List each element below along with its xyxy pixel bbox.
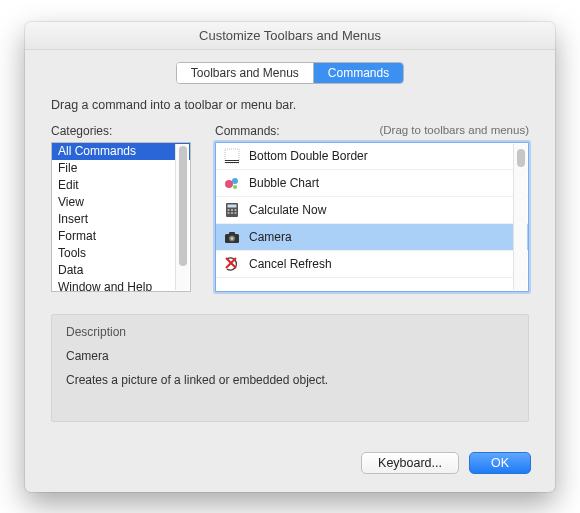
scrollbar-thumb[interactable] [179, 146, 187, 266]
svg-rect-15 [229, 232, 235, 235]
dialog-footer: Keyboard... OK [25, 438, 555, 492]
svg-point-5 [233, 185, 237, 189]
svg-rect-13 [235, 212, 237, 214]
tab-bar: Toolbars and Menus Commands [25, 50, 555, 94]
commands-label: Commands: [215, 124, 280, 138]
description-panel: Description Camera Creates a picture of … [51, 314, 529, 422]
category-item[interactable]: All Commands [52, 143, 190, 160]
instruction-text: Drag a command into a toolbar or menu ba… [25, 94, 555, 124]
svg-point-4 [232, 178, 238, 184]
category-item[interactable]: View [52, 194, 190, 211]
customize-dialog: Customize Toolbars and Menus Toolbars an… [25, 22, 555, 492]
category-item[interactable]: Insert [52, 211, 190, 228]
description-name: Camera [66, 349, 514, 363]
command-label: Calculate Now [249, 203, 326, 217]
svg-rect-8 [228, 209, 230, 211]
categories-scrollbar[interactable] [175, 144, 189, 290]
commands-scrollbar[interactable] [513, 144, 527, 290]
cancel-refresh-icon [224, 256, 240, 272]
categories-listbox[interactable]: All Commands File Edit View Insert Forma… [51, 142, 191, 292]
drag-hint: (Drag to toolbars and menus) [379, 124, 529, 138]
category-item[interactable]: Edit [52, 177, 190, 194]
command-label: Camera [249, 230, 292, 244]
command-item[interactable]: Cancel Refresh [216, 251, 528, 278]
calculate-now-icon [224, 202, 240, 218]
category-item[interactable]: Window and Help [52, 279, 190, 292]
category-item[interactable]: Format [52, 228, 190, 245]
categories-label: Categories: [51, 124, 112, 138]
category-item[interactable]: Tools [52, 245, 190, 262]
svg-rect-12 [231, 212, 233, 214]
svg-point-3 [225, 180, 233, 188]
scrollbar-thumb[interactable] [517, 149, 525, 167]
category-item[interactable]: File [52, 160, 190, 177]
description-heading: Description [66, 325, 514, 339]
command-label: Bubble Chart [249, 176, 319, 190]
command-label: Bottom Double Border [249, 149, 368, 163]
ok-button[interactable]: OK [469, 452, 531, 474]
svg-point-17 [231, 237, 234, 240]
svg-rect-11 [228, 212, 230, 214]
command-item-camera[interactable]: Camera [216, 224, 528, 251]
svg-rect-10 [235, 209, 237, 211]
tab-commands[interactable]: Commands [314, 63, 403, 83]
tab-segmented-control: Toolbars and Menus Commands [176, 62, 404, 84]
command-label: Cancel Refresh [249, 257, 332, 271]
bubble-chart-icon [224, 175, 240, 191]
svg-rect-7 [228, 204, 237, 207]
commands-listbox[interactable]: Bottom Double Border Bubble Chart [215, 142, 529, 292]
command-item[interactable]: Bottom Double Border [216, 143, 528, 170]
command-item[interactable]: Calculate Now [216, 197, 528, 224]
camera-icon [224, 229, 240, 245]
category-item[interactable]: Data [52, 262, 190, 279]
window-title: Customize Toolbars and Menus [25, 22, 555, 50]
bottom-double-border-icon [224, 148, 240, 164]
description-body: Creates a picture of a linked or embedde… [66, 373, 514, 387]
svg-rect-9 [231, 209, 233, 211]
keyboard-button[interactable]: Keyboard... [361, 452, 459, 474]
command-item[interactable]: Bubble Chart [216, 170, 528, 197]
tab-toolbars-and-menus[interactable]: Toolbars and Menus [177, 63, 314, 83]
